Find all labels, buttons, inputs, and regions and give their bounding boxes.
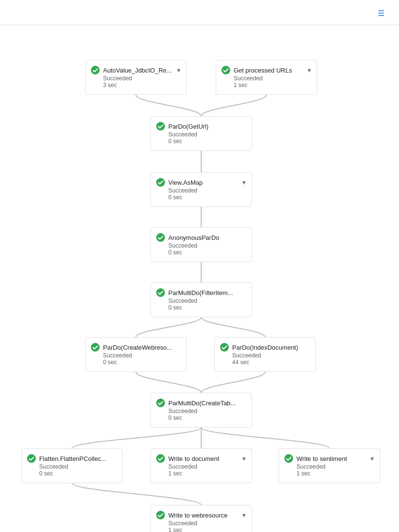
svg-point-5 [156,288,165,297]
node-name-pardoindexdocument: ParDo(IndexDocument) [232,344,310,351]
node-time-viewasmap: 0 sec [168,194,182,201]
success-icon-writetodocument [156,454,165,463]
node-name-anonymouspardo: AnonymousParDo [168,234,246,241]
node-header-autovaluejdbcio: AutoValue_JdbcIO_Re...▾ [90,65,180,75]
node-header-viewasmap: View.AsMap▾ [156,177,246,187]
success-icon-autovaluejdbcio [90,65,100,75]
svg-point-6 [91,343,100,352]
header: ☰ [0,0,399,25]
success-icon-parmultidofilter [156,288,165,297]
chevron-down-icon-writetodocument[interactable]: ▾ [242,455,246,462]
svg-point-12 [156,511,165,519]
node-time-writetowebresource: 1 sec [168,527,182,532]
node-time-pardogeturl: 0 sec [168,138,182,145]
pipeline-node-parmultidocreatetab: ParMultiDo(CreateTab...Succeeded0 sec [150,393,252,428]
svg-point-4 [156,233,165,242]
node-status-parmultidocreatetab: Succeeded [168,408,197,414]
node-name-flattenflattenpcollec: Flatten.FlattenPCollec... [39,455,117,462]
success-icon-pardocreatewebreso [90,342,100,352]
success-icon-getprocessedurls [221,65,231,75]
node-status-writetosentiment: Succeeded [296,463,325,470]
pipeline-node-writetosentiment: Write to sentiment▾Succeeded1 sec [279,448,380,483]
node-name-writetowebresource: Write to webresource [168,512,239,519]
chevron-down-icon-getprocessedurls[interactable]: ▾ [308,66,311,74]
logs-icon: ☰ [378,9,384,18]
node-time-getprocessedurls: 1 sec [234,82,248,89]
pipeline-node-anonymouspardo: AnonymousParDoSucceeded0 sec [150,227,252,262]
node-time-writetosentiment: 1 sec [296,470,310,477]
svg-point-1 [222,66,230,74]
node-header-writetosentiment: Write to sentiment▾ [284,454,374,463]
chevron-down-icon-viewasmap[interactable]: ▾ [242,178,246,186]
success-icon-flattenflattenpcollec [27,454,36,463]
node-name-pardocreatewebreso: ParDo(CreateWebreso... [103,344,180,351]
pipeline-canvas: AutoValue_JdbcIO_Re...▾Succeeded3 sec Ge… [0,25,399,532]
node-header-parmultidocreatetab: ParMultiDo(CreateTab... [156,398,246,408]
node-status-anonymouspardo: Succeeded [168,242,197,249]
svg-point-9 [27,454,36,463]
node-status-viewasmap: Succeeded [168,187,197,194]
success-icon-writetosentiment [284,454,294,463]
node-status-pardocreatewebreso: Succeeded [103,352,132,359]
node-time-parmultidofilter: 0 sec [168,304,182,311]
node-header-pardogeturl: ParDo(GetUrl) [156,121,246,131]
success-icon-pardoindexdocument [220,342,229,352]
node-name-writetodocument: Write to document [168,455,239,462]
node-time-anonymouspardo: 0 sec [168,249,182,256]
pipeline-node-pardoindexdocument: ParDo(IndexDocument)Succeeded44 sec [214,337,316,372]
node-status-autovaluejdbcio: Succeeded [103,75,132,82]
svg-point-2 [156,122,165,131]
success-icon-viewasmap [156,177,165,187]
pipeline-node-writetowebresource: Write to webresource▾Succeeded1 sec [150,505,252,532]
node-time-writetodocument: 1 sec [168,470,182,477]
node-header-writetodocument: Write to document▾ [156,454,246,463]
logs-button[interactable]: ☰ [378,9,387,18]
node-status-pardoindexdocument: Succeeded [232,352,261,359]
svg-point-11 [284,454,293,463]
node-header-getprocessedurls: Get processed URLs▾ [221,65,311,75]
success-icon-anonymouspardo [156,233,165,242]
svg-point-8 [156,399,165,407]
node-header-parmultidofilter: ParMultiDo(FilterItem... [156,288,246,297]
pipeline-node-viewasmap: View.AsMap▾Succeeded0 sec [150,172,252,207]
pipeline-node-getprocessedurls: Get processed URLs▾Succeeded1 sec [216,60,317,95]
svg-point-7 [220,343,229,352]
node-status-getprocessedurls: Succeeded [234,75,263,82]
node-name-writetosentiment: Write to sentiment [296,455,368,462]
success-icon-writetowebresource [156,510,165,520]
node-header-flattenflattenpcollec: Flatten.FlattenPCollec... [27,454,117,463]
node-header-pardoindexdocument: ParDo(IndexDocument) [220,342,310,352]
pipeline-node-flattenflattenpcollec: Flatten.FlattenPCollec...Succeeded0 sec [21,448,123,483]
pipeline-node-parmultidofilter: ParMultiDo(FilterItem...Succeeded0 sec [150,282,252,317]
node-time-pardocreatewebreso: 0 sec [103,359,117,366]
pipeline-node-pardogeturl: ParDo(GetUrl)Succeeded0 sec [150,116,252,151]
node-status-pardogeturl: Succeeded [168,131,197,138]
node-name-viewasmap: View.AsMap [168,179,239,186]
node-name-getprocessedurls: Get processed URLs [234,67,305,74]
node-status-writetowebresource: Succeeded [168,520,197,527]
svg-point-0 [91,66,100,74]
node-time-pardoindexdocument: 44 sec [232,359,249,366]
node-header-writetowebresource: Write to webresource▾ [156,510,246,520]
node-status-flattenflattenpcollec: Succeeded [39,463,68,470]
node-status-parmultidofilter: Succeeded [168,297,197,304]
node-name-autovaluejdbcio: AutoValue_JdbcIO_Re... [103,67,174,74]
node-name-parmultidofilter: ParMultiDo(FilterItem... [168,289,246,296]
pipeline-node-autovaluejdbcio: AutoValue_JdbcIO_Re...▾Succeeded3 sec [85,60,187,95]
success-icon-parmultidocreatetab [156,398,165,408]
chevron-down-icon-writetowebresource[interactable]: ▾ [242,511,246,519]
node-header-pardocreatewebreso: ParDo(CreateWebreso... [90,342,180,352]
success-icon-pardogeturl [156,121,165,131]
node-header-anonymouspardo: AnonymousParDo [156,233,246,242]
chevron-down-icon-autovaluejdbcio[interactable]: ▾ [177,66,180,74]
node-status-writetodocument: Succeeded [168,463,197,470]
svg-point-3 [156,178,165,187]
pipeline-node-writetodocument: Write to document▾Succeeded1 sec [150,448,252,483]
svg-point-10 [156,454,165,463]
node-name-pardogeturl: ParDo(GetUrl) [168,123,246,130]
node-time-flattenflattenpcollec: 0 sec [39,470,53,477]
node-name-parmultidocreatetab: ParMultiDo(CreateTab... [168,399,246,407]
chevron-down-icon-writetosentiment[interactable]: ▾ [370,455,374,462]
node-time-parmultidocreatetab: 0 sec [168,414,182,421]
pipeline-node-pardocreatewebreso: ParDo(CreateWebreso...Succeeded0 sec [85,337,187,372]
